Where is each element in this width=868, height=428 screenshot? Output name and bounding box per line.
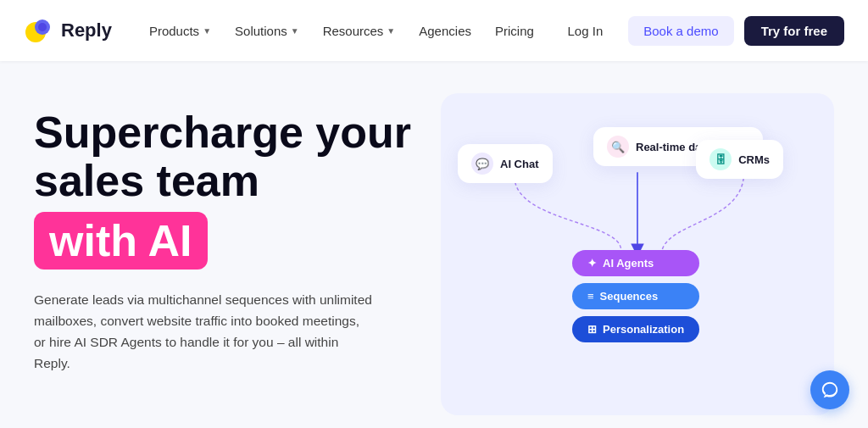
nav-item-products[interactable]: Products ▼	[139, 17, 221, 45]
card-ai-chat: 💬 AI Chat	[458, 144, 553, 183]
chevron-down-icon: ▼	[291, 26, 299, 36]
nav-item-solutions[interactable]: Solutions ▼	[225, 17, 309, 45]
personalization-icon: ⊞	[587, 323, 597, 336]
chevron-down-icon: ▼	[387, 26, 395, 36]
badge-wrap: ✦ AI Agents ≡ Sequences ⊞ Personalizatio…	[572, 250, 699, 342]
badge-ai-agents: ✦ AI Agents	[572, 250, 699, 276]
ai-agents-icon: ✦	[587, 257, 597, 270]
crms-icon: 🗄	[709, 148, 732, 170]
hero-right: 💬 AI Chat 🔍 Real-time data search 🗄 CRMs…	[441, 102, 834, 428]
hero-subtext: Generate leads via multichannel sequence…	[34, 290, 373, 374]
logo-link[interactable]: Reply	[24, 15, 112, 46]
nav-item-agencies[interactable]: Agencies	[409, 17, 481, 45]
diagram-container: 💬 AI Chat 🔍 Real-time data search 🗄 CRMs…	[441, 93, 834, 415]
brand-name: Reply	[61, 19, 112, 42]
chevron-down-icon: ▼	[203, 26, 211, 36]
search-icon: 🔍	[607, 136, 629, 158]
navbar: Reply Products ▼ Solutions ▼ Resources ▼…	[0, 0, 868, 61]
hero-left: Supercharge your sales team with AI Gene…	[34, 102, 424, 375]
sequences-icon: ≡	[587, 290, 594, 303]
hero-headline: Supercharge your sales team	[34, 108, 424, 205]
logo-icon	[24, 15, 54, 46]
book-demo-button[interactable]: Book a demo	[628, 16, 733, 46]
try-free-button[interactable]: Try for free	[744, 16, 844, 46]
login-button[interactable]: Log In	[553, 16, 619, 46]
nav-right: Log In Book a demo Try for free	[553, 16, 844, 46]
card-crms: 🗄 CRMs	[696, 140, 783, 179]
nav-item-pricing[interactable]: Pricing	[485, 17, 544, 45]
chat-widget-button[interactable]	[810, 370, 849, 409]
hero-section: Supercharge your sales team with AI Gene…	[0, 61, 868, 428]
ai-chat-icon: 💬	[471, 153, 493, 175]
nav-item-resources[interactable]: Resources ▼	[313, 17, 406, 45]
chat-bubble-icon	[821, 381, 839, 399]
hero-highlight: with AI	[34, 212, 208, 270]
badge-personalization: ⊞ Personalization	[572, 316, 699, 342]
nav-links: Products ▼ Solutions ▼ Resources ▼ Agenc…	[139, 17, 553, 45]
badge-sequences: ≡ Sequences	[572, 283, 699, 309]
svg-point-2	[38, 23, 47, 31]
